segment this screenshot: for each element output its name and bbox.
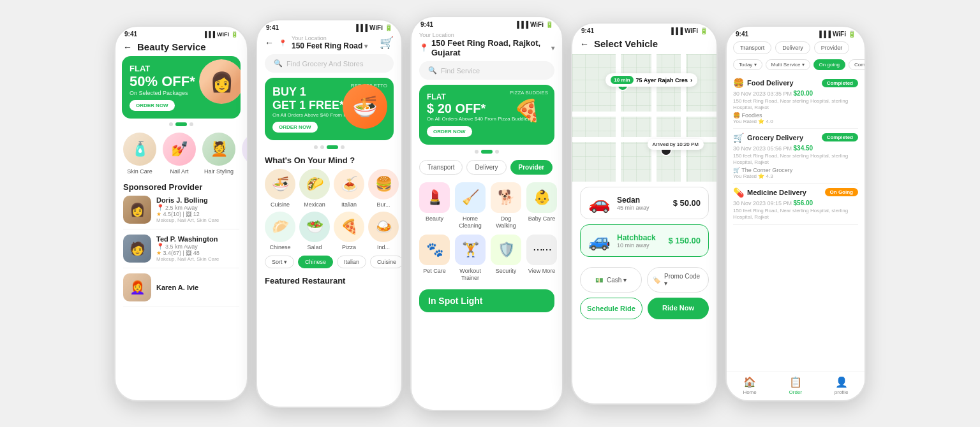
ride-now-button[interactable]: Ride Now <box>648 298 709 319</box>
battery-icon: 🔋 <box>385 24 392 31</box>
food-category-mexican[interactable]: 🌮 Mexican <box>299 169 330 208</box>
vehicle-header: ← Select Vehicle <box>572 36 716 54</box>
order-now-button[interactable]: ORDER NOW <box>427 126 472 137</box>
service-view-more[interactable]: ⋯⋯ View More <box>526 235 557 282</box>
dot <box>320 145 324 149</box>
category-skin-care[interactable]: 🧴 Skin Care <box>123 133 156 175</box>
map-road <box>572 112 716 117</box>
food-category-burger[interactable]: 🍔 Bur... <box>368 169 399 208</box>
search-icon: 🔍 <box>428 66 437 75</box>
banner-sub: On Selected Packages <box>130 90 195 96</box>
category-icon: 💅 <box>163 133 196 166</box>
dot <box>495 150 499 154</box>
nav-home[interactable]: 🏠 Home <box>743 376 756 395</box>
filter-cuisine[interactable]: Cuisine <box>370 256 401 268</box>
sedan-icon: 🚗 <box>588 192 611 214</box>
order-item-food[interactable]: 🍔 Food Delivery Completed 30 Nov 2023 03… <box>733 74 858 129</box>
location-pin-icon: 📍 <box>419 43 429 52</box>
schedule-ride-button[interactable]: Schedule Ride <box>580 298 642 319</box>
provider-info: Ted P. Washington 📍 3.5 km Away ★ 3.4(67… <box>156 235 239 262</box>
location-name: 150 Feet Ring Road ▾ <box>292 41 375 50</box>
provider-avatar: 👩 <box>123 196 151 224</box>
service-dog-walking[interactable]: 🐕 Dog Walking <box>491 182 521 229</box>
order-now-button[interactable]: ORDER NOW <box>272 122 318 133</box>
filter-completed[interactable]: Compl... <box>849 59 865 70</box>
carousel-dots <box>257 145 401 149</box>
food-category-salad[interactable]: 🥗 Salad <box>299 212 330 250</box>
category-more[interactable]: ✨ Ha... <box>242 133 247 175</box>
food-category-indian[interactable]: 🍛 Ind... <box>368 212 399 250</box>
food-category-italian[interactable]: 🍝 Italian <box>334 169 364 208</box>
service-search[interactable]: 🔍 Find Service <box>419 61 554 80</box>
tab-transport[interactable]: Transport <box>419 160 463 175</box>
provider-item[interactable]: 👩 Doris J. Bolling 📍 2.5 km Away ★ 4.5(1… <box>123 196 239 229</box>
service-beauty[interactable]: 💄 Beauty <box>419 182 450 229</box>
profile-icon: 👤 <box>835 376 848 388</box>
tab-delivery[interactable]: Delivery <box>466 160 506 175</box>
back-arrow[interactable]: ← <box>580 39 589 49</box>
battery-icon: 🔋 <box>700 27 708 34</box>
vehicle-sedan[interactable]: 🚗 Sedan 45 min away $ 50.00 <box>580 187 709 219</box>
order-item-grocery[interactable]: 🛒 Grocery Delivery Completed 30 Nov 2023… <box>733 129 858 184</box>
service-banner: PIZZA BUDDIES FLAT $ 20 OFF* On All Orde… <box>419 85 554 145</box>
filter-today[interactable]: Today ▾ <box>733 59 762 70</box>
filter-chinese[interactable]: Chinese <box>298 256 333 268</box>
filter-multi-service[interactable]: Multi Service ▾ <box>766 59 810 70</box>
pizza-image: 🍕 <box>505 88 549 133</box>
provider-item[interactable]: 👩‍🦰 Karen A. Ivie <box>123 273 239 307</box>
dot-active <box>175 122 187 126</box>
order-item-medicine[interactable]: 💊 Medicine Delivery On Going 30 Nov 2023… <box>733 184 858 226</box>
arrived-badge: Arrived by 10:20 PM <box>648 139 704 150</box>
promo-code-button[interactable]: 🏷️ Promo Code ▾ <box>647 267 709 293</box>
medicine-delivery-icon: 💊 <box>733 187 744 198</box>
filter-ongoing[interactable]: On going <box>813 59 845 70</box>
food-category-chinese[interactable]: 🥟 Chinese <box>265 212 295 250</box>
food-icon: 🍜 <box>265 169 295 199</box>
service-header: Your Location 📍 150 Feet Ring Road, Rajk… <box>412 29 562 61</box>
filter-chips-row: Sort ▾ Chinese Italian Cuisine Cuisine <box>257 256 401 273</box>
cash-icon: 💵 <box>595 277 603 284</box>
dog-walking-icon: 🐕 <box>491 182 521 213</box>
tab-provider[interactable]: Provider <box>510 160 553 175</box>
hatchback-icon: 🚙 <box>588 230 611 251</box>
wifi-icon: WiFi <box>369 24 383 31</box>
food-category-cuisine[interactable]: 🍜 Cuisine <box>265 169 295 208</box>
location-display: Your Location 150 Feet Ring Road ▾ <box>292 35 375 50</box>
category-icon: ✨ <box>242 133 247 166</box>
dot-active <box>481 150 493 154</box>
nav-profile[interactable]: 👤 profile <box>835 376 849 395</box>
service-pet-care[interactable]: 🐾 Pet Care <box>419 235 450 282</box>
service-baby-care[interactable]: 👶 Baby Care <box>526 182 557 229</box>
tab-transport[interactable]: Transport <box>733 41 771 54</box>
category-nail-art[interactable]: 💅 Nail Art <box>163 133 196 175</box>
tab-delivery[interactable]: Delivery <box>775 41 810 54</box>
phone-orders: 9:41 ▐▐▐ WiFi 🔋 Transport Delivery Provi… <box>725 25 866 402</box>
food-icon: 🌮 <box>299 169 330 199</box>
dot <box>189 122 193 126</box>
nav-order[interactable]: 📋 Order <box>789 376 802 395</box>
tab-provider[interactable]: Provider <box>814 41 850 54</box>
order-now-button[interactable]: ORDER NOW <box>130 100 175 111</box>
grocery-search[interactable]: 🔍 Find Grocery And Stores <box>265 54 394 73</box>
food-category-pizza[interactable]: 🍕 Pizza <box>334 212 364 250</box>
phone-grocery: 9:41 ▐▐▐ WiFi 🔋 ← 📍 Your Location 150 Fe… <box>256 19 403 408</box>
status-badge: Completed <box>822 133 858 141</box>
beauty-icon: 💄 <box>419 182 450 213</box>
cart-icon[interactable]: 🛒 <box>380 36 394 50</box>
back-arrow[interactable]: ← <box>265 38 274 48</box>
back-arrow[interactable]: ← <box>123 42 132 52</box>
carousel-dots <box>412 150 562 154</box>
filter-italian[interactable]: Italian <box>337 256 366 268</box>
carousel-dots <box>115 122 247 126</box>
service-security[interactable]: 🛡️ Security <box>491 235 521 282</box>
category-hair-styling[interactable]: 💆 Hair Styling <box>202 133 235 175</box>
page-title: Beauty Service <box>137 41 206 52</box>
service-workout-trainer[interactable]: 🏋️ Workout Trainer <box>455 235 486 282</box>
signal-icon: ▐▐▐ <box>817 31 831 38</box>
service-home-cleaning[interactable]: 🧹 Home Cleaning <box>455 182 486 229</box>
whats-on-title: What's On Your Mind ? <box>257 153 401 169</box>
sort-chip[interactable]: Sort ▾ <box>265 256 294 268</box>
provider-item[interactable]: 🧑 Ted P. Washington 📍 3.5 km Away ★ 3.4(… <box>123 235 239 268</box>
cash-button[interactable]: 💵 Cash ▾ <box>580 267 642 293</box>
vehicle-hatchback[interactable]: 🚙 Hatchback 10 min away $ 150.00 <box>580 224 709 257</box>
